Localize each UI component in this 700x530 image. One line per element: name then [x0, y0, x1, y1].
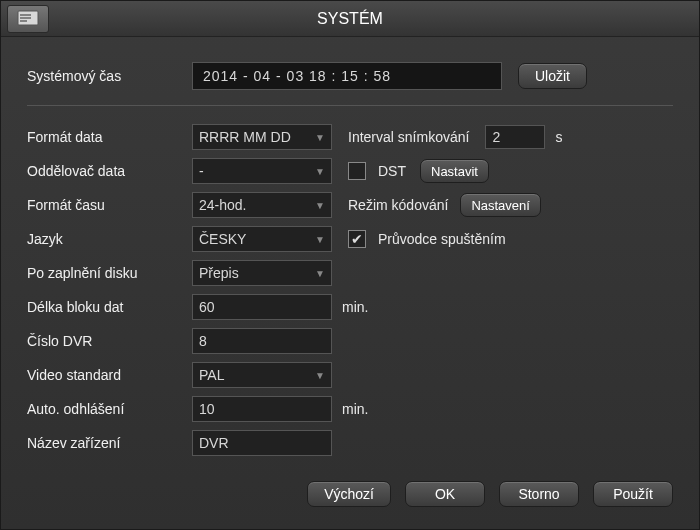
date-format-value: RRRR MM DD: [199, 129, 291, 145]
chevron-down-icon: ▼: [315, 268, 325, 279]
cancel-button[interactable]: Storno: [499, 481, 579, 507]
dvr-number-input[interactable]: 8: [192, 328, 332, 354]
label-date-separator: Oddělovač data: [27, 163, 192, 179]
label-device-name: Název zařízení: [27, 435, 192, 451]
window-title: SYSTÉM: [1, 10, 699, 28]
label-date-format: Formát data: [27, 129, 192, 145]
label-encode-mode: Režim kódování: [348, 197, 448, 213]
row-date-separator: Oddělovač data - ▼ DST Nastavit: [27, 154, 673, 188]
chevron-down-icon: ▼: [315, 234, 325, 245]
row-block-length: Délka bloku dat 60 min.: [27, 290, 673, 324]
dst-set-button[interactable]: Nastavit: [420, 159, 489, 183]
video-standard-value: PAL: [199, 367, 224, 383]
row-video-standard: Video standard PAL ▼: [27, 358, 673, 392]
snapshot-interval-input[interactable]: 2: [485, 125, 545, 149]
system-settings-window: SYSTÉM Systémový čas 2014 - 04 - 03 18 :…: [0, 0, 700, 530]
disk-full-value: Přepis: [199, 265, 239, 281]
device-name-input[interactable]: DVR: [192, 430, 332, 456]
date-separator-select[interactable]: - ▼: [192, 158, 332, 184]
time-format-select[interactable]: 24-hod. ▼: [192, 192, 332, 218]
label-auto-logout: Auto. odhlášení: [27, 401, 192, 417]
date-separator-value: -: [199, 163, 204, 179]
language-select[interactable]: ČESKY ▼: [192, 226, 332, 252]
video-standard-select[interactable]: PAL ▼: [192, 362, 332, 388]
apply-button[interactable]: Použít: [593, 481, 673, 507]
chevron-down-icon: ▼: [315, 132, 325, 143]
label-snapshot-interval: Interval snímkování: [348, 129, 469, 145]
row-time-format: Formát času 24-hod. ▼ Režim kódování Nas…: [27, 188, 673, 222]
label-time-format: Formát času: [27, 197, 192, 213]
chevron-down-icon: ▼: [315, 166, 325, 177]
save-button[interactable]: Uložit: [518, 63, 587, 89]
block-length-input[interactable]: 60: [192, 294, 332, 320]
label-language: Jazyk: [27, 231, 192, 247]
chevron-down-icon: ▼: [315, 200, 325, 211]
label-block-length: Délka bloku dat: [27, 299, 192, 315]
wizard-checkbox[interactable]: ✔: [348, 230, 366, 248]
label-min-2: min.: [342, 401, 368, 417]
dst-checkbox[interactable]: [348, 162, 366, 180]
row-system-time: Systémový čas 2014 - 04 - 03 18 : 15 : 5…: [27, 59, 673, 93]
label-dvr-number: Číslo DVR: [27, 333, 192, 349]
row-disk-full: Po zaplnění disku Přepis ▼: [27, 256, 673, 290]
label-dst: DST: [378, 163, 406, 179]
time-format-value: 24-hod.: [199, 197, 246, 213]
row-language: Jazyk ČESKY ▼ ✔ Průvodce spuštěním: [27, 222, 673, 256]
ok-button[interactable]: OK: [405, 481, 485, 507]
label-disk-full: Po zaplnění disku: [27, 265, 192, 281]
label-min-1: min.: [342, 299, 368, 315]
encode-settings-button[interactable]: Nastavení: [460, 193, 541, 217]
row-dvr-number: Číslo DVR 8: [27, 324, 673, 358]
date-format-select[interactable]: RRRR MM DD ▼: [192, 124, 332, 150]
row-date-format: Formát data RRRR MM DD ▼ Interval snímko…: [27, 120, 673, 154]
label-video-standard: Video standard: [27, 367, 192, 383]
chevron-down-icon: ▼: [315, 370, 325, 381]
label-wizard: Průvodce spuštěním: [378, 231, 506, 247]
label-seconds: s: [555, 129, 562, 145]
label-system-time: Systémový čas: [27, 68, 192, 84]
disk-full-select[interactable]: Přepis ▼: [192, 260, 332, 286]
language-value: ČESKY: [199, 231, 246, 247]
titlebar: SYSTÉM: [1, 1, 699, 37]
auto-logout-input[interactable]: 10: [192, 396, 332, 422]
system-time-input[interactable]: 2014 - 04 - 03 18 : 15 : 58: [192, 62, 502, 90]
footer-buttons: Výchozí OK Storno Použít: [1, 481, 699, 529]
system-icon: [7, 5, 49, 33]
content-area: Systémový čas 2014 - 04 - 03 18 : 15 : 5…: [1, 37, 699, 481]
row-auto-logout: Auto. odhlášení 10 min.: [27, 392, 673, 426]
row-device-name: Název zařízení DVR: [27, 426, 673, 460]
default-button[interactable]: Výchozí: [307, 481, 391, 507]
divider: [27, 105, 673, 106]
